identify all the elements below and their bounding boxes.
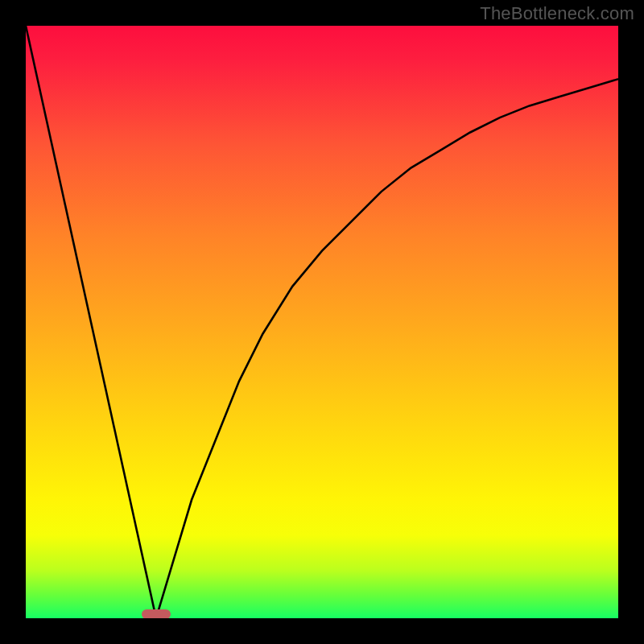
bottleneck-curve-svg [26, 26, 618, 618]
plot-area [26, 26, 618, 618]
chart-frame: TheBottleneck.com [0, 0, 644, 644]
bottleneck-marker [142, 609, 171, 618]
curve-right [156, 79, 618, 618]
curve-left [26, 26, 156, 618]
watermark-label: TheBottleneck.com [480, 3, 634, 24]
